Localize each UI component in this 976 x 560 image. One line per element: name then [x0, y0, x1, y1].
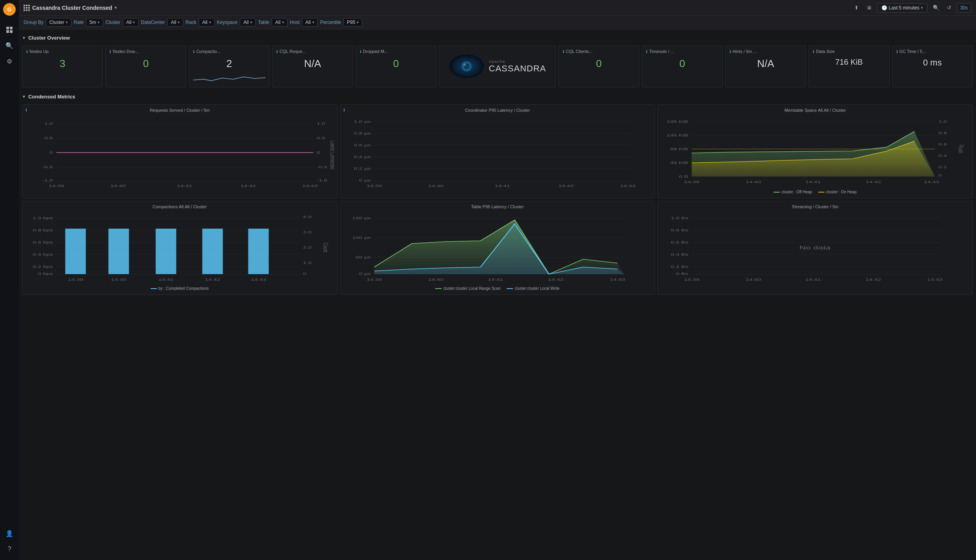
- timeouts-card: ℹ Timeouts / ... 0: [642, 45, 722, 87]
- svg-text:14:41: 14:41: [158, 278, 173, 282]
- main-content: Cassandra Cluster Condensed ▾ ⬆ 🖥 🕐 Last…: [19, 0, 976, 560]
- svg-text:0: 0: [49, 151, 53, 155]
- help-icon[interactable]: ?: [3, 543, 16, 555]
- svg-text:-0.5: -0.5: [317, 165, 327, 169]
- cluster-overview-header: ▼ Cluster Overview: [22, 33, 973, 43]
- info-icon[interactable]: ℹ: [26, 49, 28, 54]
- cluster-dropdown[interactable]: All ▾: [123, 18, 139, 27]
- rate-dropdown[interactable]: 5m ▾: [86, 18, 103, 27]
- groupby-dropdown[interactable]: Cluster ▾: [46, 18, 71, 27]
- rack-dropdown[interactable]: All ▾: [199, 18, 214, 27]
- svg-text:0.6 Bs: 0.6 Bs: [671, 240, 689, 245]
- gc-time-title: GC Time / 5...: [899, 49, 926, 54]
- memtable-legend: cluster : Off Heap cluster : On Heap: [661, 190, 969, 194]
- search-button[interactable]: 🔍: [930, 3, 941, 12]
- svg-text:1.0: 1.0: [303, 261, 312, 265]
- coordinator-latency-chart: 1.0 µs 0.8 µs 0.6 µs 0.4 µs 0.2 µs 0 µs …: [343, 116, 652, 188]
- datacenter-dropdown[interactable]: All ▾: [167, 18, 183, 27]
- tv-mode-button[interactable]: 🖥: [864, 3, 874, 12]
- percentile-dropdown[interactable]: P95 ▾: [343, 18, 362, 27]
- chevron-down-icon: ▾: [178, 20, 180, 24]
- dropped-messages-title: Dropped M...: [363, 49, 388, 54]
- settings-icon[interactable]: ⚙: [3, 55, 16, 67]
- content-area: ▼ Cluster Overview ℹ Nodes Up 3 ℹ Nodes …: [19, 29, 976, 560]
- condensed-metrics-header: ▼ Condensed Metrics: [22, 91, 973, 102]
- info-icon[interactable]: ℹ: [109, 49, 111, 54]
- info-icon[interactable]: ℹ: [360, 49, 361, 54]
- cql-requests-card: ℹ CQL Reque... N/A: [272, 45, 353, 87]
- info-icon[interactable]: ℹ: [896, 49, 898, 54]
- host-dropdown[interactable]: All ▾: [302, 18, 317, 27]
- compactions-chart: 1.0 bps 0.8 bps 0.6 bps 0.4 bps 0.2 bps …: [26, 212, 334, 285]
- dashboard-icon[interactable]: [3, 24, 16, 36]
- info-icon[interactable]: ℹ: [276, 49, 278, 54]
- time-range-picker[interactable]: 🕐 Last 5 minutes ▾: [877, 3, 927, 13]
- chevron-down-icon: ▾: [66, 20, 68, 24]
- nodes-down-value: 0: [109, 55, 182, 72]
- svg-text:No data: No data: [799, 245, 831, 251]
- svg-text:0 Bs: 0 Bs: [676, 272, 688, 276]
- svg-text:0.2: 0.2: [938, 165, 947, 169]
- svg-text:Clients Connected: Clients Connected: [329, 140, 334, 169]
- svg-text:14:42: 14:42: [205, 278, 220, 282]
- svg-text:14:41: 14:41: [805, 180, 821, 184]
- compactions-value: 2: [193, 55, 265, 72]
- nodes-up-title: Nodes Up: [29, 49, 49, 54]
- signin-icon[interactable]: 👤: [3, 527, 16, 540]
- svg-rect-93: [108, 229, 129, 274]
- refresh-button[interactable]: ↺: [945, 3, 954, 12]
- timeouts-value: 0: [646, 55, 718, 72]
- svg-text:14:41: 14:41: [805, 278, 821, 282]
- info-icon[interactable]: ℹ: [813, 49, 814, 54]
- chevron-down-icon: ▾: [312, 20, 314, 24]
- table-dropdown[interactable]: All ▾: [272, 18, 287, 27]
- info-icon[interactable]: ℹ: [343, 108, 345, 112]
- memtable-space-title: Memtable Space All.All / Cluster: [661, 108, 969, 113]
- svg-rect-92: [65, 229, 86, 274]
- groupby-label: Group By: [24, 20, 44, 25]
- svg-text:0.4 µs: 0.4 µs: [354, 155, 370, 159]
- cluster-label: Cluster: [106, 20, 120, 25]
- dropped-messages-card: ℹ Dropped M... 0: [356, 45, 436, 87]
- chevron-down-icon: ▾: [250, 20, 252, 24]
- grafana-logo[interactable]: G: [3, 3, 16, 16]
- info-icon[interactable]: ℹ: [193, 49, 195, 54]
- info-icon[interactable]: ℹ: [563, 49, 564, 54]
- hints-card: ℹ Hints / 5m ... N/A: [725, 45, 806, 87]
- compactions-chart-panel: Compactions All.All / Cluster 1.0 bps 0.…: [22, 201, 337, 295]
- share-icon: ⬆: [854, 5, 859, 11]
- svg-text:Count: Count: [322, 243, 329, 252]
- dropped-messages-value: 0: [360, 55, 432, 72]
- chevron-down-icon: ▾: [98, 20, 100, 24]
- info-icon[interactable]: ℹ: [26, 108, 27, 112]
- svg-text:0 B: 0 B: [679, 175, 689, 179]
- compactions-sparkline: [193, 72, 265, 84]
- info-icon[interactable]: ℹ: [646, 49, 648, 54]
- keyspace-dropdown[interactable]: All ▾: [240, 18, 255, 27]
- svg-text:4.0: 4.0: [303, 215, 312, 219]
- share-button[interactable]: ⬆: [852, 3, 861, 12]
- cql-clients-card: ℹ CQL Clients... 0: [558, 45, 639, 87]
- collapse-icon[interactable]: ▼: [22, 36, 26, 40]
- svg-text:1.0: 1.0: [938, 120, 947, 124]
- nodes-up-value: 3: [26, 55, 99, 72]
- svg-text:14:43: 14:43: [302, 184, 317, 188]
- chevron-down-icon: ▾: [133, 20, 135, 24]
- svg-text:-1.0: -1.0: [317, 178, 327, 183]
- svg-text:0.8 bps: 0.8 bps: [33, 228, 53, 233]
- hints-value: N/A: [730, 55, 802, 72]
- svg-rect-95: [202, 229, 223, 274]
- info-icon[interactable]: ℹ: [730, 49, 731, 54]
- requests-served-title: Requests Served / Cluster / 5m: [26, 108, 334, 113]
- collapse-icon[interactable]: ▼: [22, 95, 26, 99]
- svg-text:195 KiB: 195 KiB: [667, 120, 688, 124]
- svg-text:14:40: 14:40: [746, 278, 761, 282]
- svg-text:14:40: 14:40: [110, 184, 126, 188]
- table-label: Table: [258, 20, 270, 25]
- svg-rect-2: [6, 27, 9, 29]
- svg-text:14:42: 14:42: [558, 184, 573, 188]
- svg-text:14:42: 14:42: [866, 180, 881, 184]
- search-icon[interactable]: 🔍: [3, 39, 16, 52]
- svg-text:1.0 bps: 1.0 bps: [33, 216, 53, 220]
- svg-rect-5: [10, 30, 13, 33]
